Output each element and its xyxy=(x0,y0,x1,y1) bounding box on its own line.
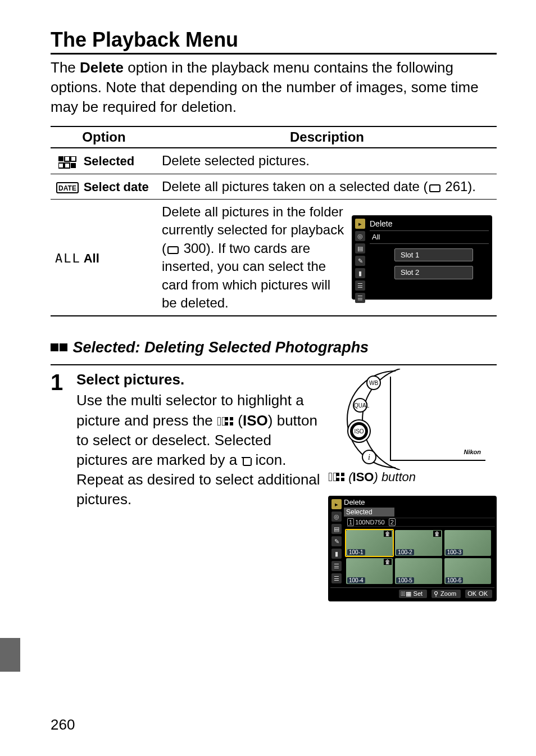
thumb-6: 100-6 xyxy=(444,558,491,584)
select-date-desc-post: ). xyxy=(467,179,476,194)
all-desc: Delete all pictures in the folder curren… xyxy=(162,203,345,312)
svg-rect-4 xyxy=(65,163,70,168)
diagram-caption: ⚊⃝ (ISO) button xyxy=(328,470,497,485)
bar-set: ⚊⃝▦Set xyxy=(399,590,428,598)
bar-ok: OKOK xyxy=(465,590,492,598)
thumbnail-grid-icon xyxy=(225,417,234,426)
select-date-desc: Delete all pictures taken on a selected … xyxy=(157,174,497,199)
book-ref-icon-2 xyxy=(167,246,179,254)
thumbs-bottom-bar: ⚊⃝▦Set ⚲Zoom OKOK xyxy=(330,587,494,599)
page-title: The Playback Menu xyxy=(51,28,497,55)
svg-rect-2 xyxy=(71,156,76,161)
select-date-ref: 261 xyxy=(445,179,467,194)
sub-heading-text: Selected: Deleting Selected Photographs xyxy=(73,339,369,356)
screen-title: Delete xyxy=(370,219,489,229)
intro-pre: The xyxy=(51,59,80,76)
thumbs-title: Delete xyxy=(344,498,494,506)
thumbnail-grid: 🗑100-1 🗑100-2 100-3 🗑100-4 100-5 100-6 xyxy=(330,527,494,585)
bar-zoom: ⚲Zoom xyxy=(431,590,461,598)
page-side-tab xyxy=(0,638,20,672)
screenshot-side-icons-2: ▸◎▤✎▮☰☰ xyxy=(331,499,342,583)
nikon-brand-label: Nikon xyxy=(464,449,481,455)
col-description: Description xyxy=(157,126,497,148)
intro-text: The Delete option in the playback menu c… xyxy=(51,58,497,117)
thumbs-folder: 1100ND750 2 xyxy=(347,518,494,527)
thumbs-sub: Selected xyxy=(344,508,394,517)
select-date-label: Select date xyxy=(84,180,149,194)
sub-heading: Selected: Deleting Selected Photographs xyxy=(51,339,497,356)
thumb-4: 🗑100-4 xyxy=(346,558,393,584)
iso-label-1: ISO xyxy=(243,412,268,429)
slot-1: Slot 1 xyxy=(394,248,473,262)
iso-label-caption: ISO xyxy=(353,470,374,484)
date-icon: DATE xyxy=(55,179,80,195)
row-all: ALL All Delete all pictures in the folde… xyxy=(51,200,497,316)
thumb-2: 🗑100-2 xyxy=(395,530,442,556)
thumb-3: 100-3 xyxy=(444,530,491,556)
thumb-5: 100-5 xyxy=(395,558,442,584)
caption-post: ) button xyxy=(374,470,416,484)
options-table: Option Description xyxy=(51,126,497,316)
step-body: Use the multi selector to highlight a pi… xyxy=(76,391,321,509)
delete-all-screenshot: ▸◎▤✎▮☰☰ Delete All Slot 1 Slot 2 xyxy=(352,215,492,300)
step-title: Select pictures. xyxy=(76,371,321,388)
thumb-1: 🗑100-1 xyxy=(346,530,393,556)
svg-rect-5 xyxy=(71,163,76,168)
selected-icon xyxy=(55,153,80,169)
svg-rect-0 xyxy=(58,156,63,161)
step-number: 1 xyxy=(51,371,70,601)
svg-rect-3 xyxy=(58,163,63,168)
selected-label: Selected xyxy=(84,154,135,169)
row-selected: Selected Delete selected pictures. xyxy=(51,148,497,174)
all-label: All xyxy=(84,251,99,266)
all-icon: ALL xyxy=(55,251,80,265)
page-number: 260 xyxy=(51,716,75,734)
slot-2: Slot 2 xyxy=(394,266,473,279)
col-option: Option xyxy=(51,126,157,148)
svg-text:DATE: DATE xyxy=(58,184,76,192)
screen-sub: All xyxy=(370,230,489,244)
screenshot-side-icons: ▸◎▤✎▮☰☰ xyxy=(355,219,365,303)
heading-bullet-1 xyxy=(51,343,58,351)
row-select-date: DATE Select date Delete all pictures tak… xyxy=(51,174,497,199)
delete-selected-screenshot: ▸◎▤✎▮☰☰ Delete Selected 1100ND750 2 🗑100… xyxy=(328,496,497,601)
trash-icon xyxy=(241,456,251,466)
selected-desc: Delete selected pictures. xyxy=(157,148,497,174)
thumbnail-grid-icon-caption xyxy=(336,473,345,482)
heading-bullet-2 xyxy=(60,343,67,351)
camera-diagram: Nikon WB QUAL ISO i xyxy=(334,371,491,467)
intro-bold: Delete xyxy=(80,59,124,76)
book-ref-icon xyxy=(429,184,440,192)
qual-button: QUAL xyxy=(353,398,367,413)
step-1: 1 Select pictures. Use the multi selecto… xyxy=(51,364,497,601)
svg-rect-1 xyxy=(65,156,70,161)
all-ref: 300 xyxy=(184,241,206,256)
select-date-desc-pre: Delete all pictures taken on a selected … xyxy=(162,179,428,194)
